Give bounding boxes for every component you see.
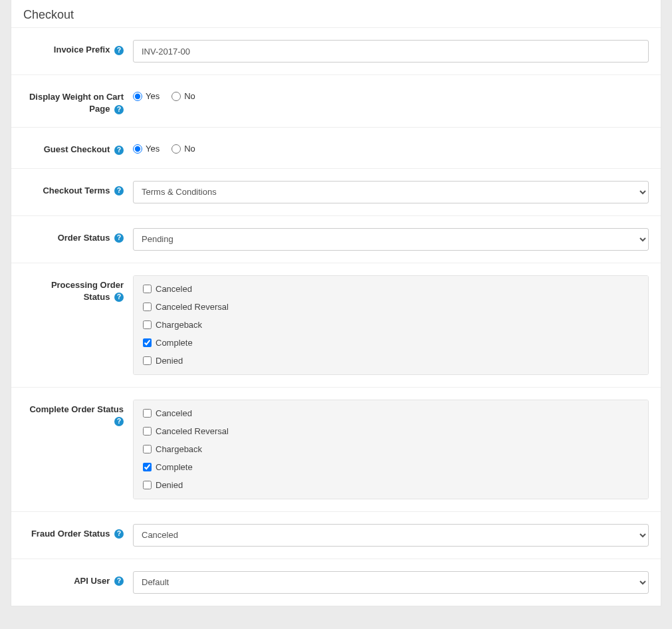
checkbox-item[interactable]: Denied bbox=[143, 480, 639, 490]
row-guest-checkout: Guest Checkout ? Yes No bbox=[11, 128, 661, 168]
checkbox-item[interactable]: Chargeback bbox=[143, 320, 639, 330]
label-api-user: API User bbox=[74, 576, 110, 586]
checkbox-input[interactable] bbox=[143, 303, 152, 311]
checkbox-item[interactable]: Complete bbox=[143, 462, 639, 472]
checkbox-label: Canceled Reversal bbox=[156, 302, 229, 312]
help-icon[interactable]: ? bbox=[114, 417, 124, 426]
checkbox-item[interactable]: Canceled bbox=[143, 284, 639, 294]
help-icon[interactable]: ? bbox=[114, 186, 124, 195]
checkbox-input[interactable] bbox=[143, 320, 152, 329]
help-icon[interactable]: ? bbox=[114, 146, 124, 155]
checkbox-label: Complete bbox=[156, 462, 193, 472]
checkbox-input[interactable] bbox=[143, 445, 152, 453]
row-fraud-order-status: Fraud Order Status ? Canceled bbox=[11, 512, 661, 559]
label-complete-order-status: Complete Order Status bbox=[29, 404, 124, 414]
row-order-status: Order Status ? Pending bbox=[11, 216, 661, 263]
checkbox-input[interactable] bbox=[143, 356, 152, 365]
order-status-select[interactable]: Pending bbox=[133, 228, 649, 251]
checkbox-item[interactable]: Canceled Reversal bbox=[143, 426, 639, 436]
help-icon[interactable]: ? bbox=[114, 529, 124, 539]
row-complete-order-status: Complete Order Status ? CanceledCanceled… bbox=[11, 388, 661, 512]
checkbox-label: Denied bbox=[156, 480, 183, 490]
guest-checkout-no[interactable]: No bbox=[171, 144, 195, 154]
checkout-terms-select[interactable]: Terms & Conditions bbox=[133, 181, 649, 203]
help-icon[interactable]: ? bbox=[114, 576, 124, 586]
row-api-user: API User ? Default bbox=[11, 559, 661, 606]
checkbox-item[interactable]: Denied bbox=[143, 356, 639, 366]
label-guest-checkout: Guest Checkout bbox=[44, 144, 110, 154]
help-icon[interactable]: ? bbox=[114, 293, 124, 302]
label-processing-order-status: Processing Order Status bbox=[51, 280, 124, 302]
complete-order-status-list[interactable]: CanceledCanceled ReversalChargebackCompl… bbox=[133, 400, 649, 499]
checkout-settings-panel: Checkout Invoice Prefix ? Display Weight… bbox=[11, 0, 661, 606]
processing-order-status-list[interactable]: CanceledCanceled ReversalChargebackCompl… bbox=[133, 275, 649, 375]
checkbox-item[interactable]: Chargeback bbox=[143, 444, 639, 454]
display-weight-no[interactable]: No bbox=[171, 91, 195, 101]
row-processing-order-status: Processing Order Status ? CanceledCancel… bbox=[11, 263, 661, 388]
guest-checkout-yes[interactable]: Yes bbox=[133, 144, 160, 154]
help-icon[interactable]: ? bbox=[114, 233, 124, 243]
checkbox-label: Chargeback bbox=[156, 320, 202, 330]
checkbox-input[interactable] bbox=[143, 427, 152, 436]
checkbox-item[interactable]: Canceled bbox=[143, 408, 639, 418]
checkbox-item[interactable]: Complete bbox=[143, 338, 639, 348]
label-display-weight: Display Weight on Cart Page bbox=[29, 92, 124, 114]
label-fraud-order-status: Fraud Order Status bbox=[31, 529, 110, 539]
section-title: Checkout bbox=[11, 0, 661, 28]
display-weight-yes[interactable]: Yes bbox=[133, 91, 160, 101]
checkbox-input[interactable] bbox=[143, 463, 152, 471]
checkbox-input[interactable] bbox=[143, 409, 152, 418]
checkbox-label: Canceled bbox=[156, 284, 192, 294]
checkbox-item[interactable]: Canceled Reversal bbox=[143, 302, 639, 312]
checkbox-label: Chargeback bbox=[156, 444, 202, 454]
checkbox-label: Complete bbox=[156, 338, 193, 348]
checkbox-label: Denied bbox=[156, 356, 183, 366]
checkbox-input[interactable] bbox=[143, 481, 152, 489]
row-checkout-terms: Checkout Terms ? Terms & Conditions bbox=[11, 169, 661, 216]
fraud-order-status-select[interactable]: Canceled bbox=[133, 524, 649, 547]
label-checkout-terms: Checkout Terms bbox=[43, 186, 110, 195]
help-icon[interactable]: ? bbox=[114, 46, 124, 55]
api-user-select[interactable]: Default bbox=[133, 571, 649, 594]
row-display-weight: Display Weight on Cart Page ? Yes No bbox=[11, 75, 661, 128]
help-icon[interactable]: ? bbox=[114, 105, 124, 114]
row-invoice-prefix: Invoice Prefix ? bbox=[11, 28, 661, 75]
invoice-prefix-input[interactable] bbox=[133, 40, 649, 63]
checkbox-input[interactable] bbox=[143, 338, 152, 347]
label-order-status: Order Status bbox=[58, 233, 110, 243]
checkbox-label: Canceled bbox=[156, 408, 192, 418]
label-invoice-prefix: Invoice Prefix bbox=[54, 45, 110, 55]
checkbox-label: Canceled Reversal bbox=[156, 426, 229, 436]
checkbox-input[interactable] bbox=[143, 285, 152, 293]
